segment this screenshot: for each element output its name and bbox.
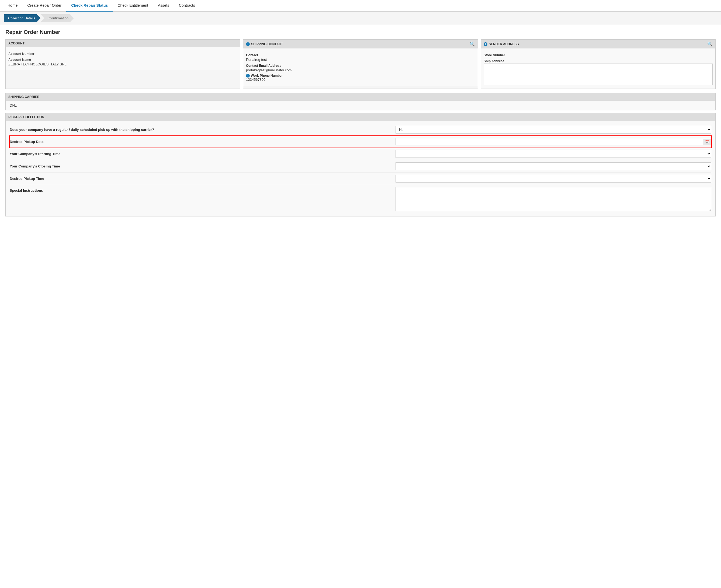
nav-check-entitlement[interactable]: Check Entitlement xyxy=(113,0,153,12)
work-phone-row: i Work Phone Number xyxy=(246,74,475,78)
closing-time-label: Your Company's Closing Time xyxy=(10,164,396,168)
sender-address-body: Store Number Ship Address xyxy=(481,48,715,89)
store-number-label: Store Number xyxy=(484,53,713,57)
starting-time-row: Your Company's Starting Time xyxy=(10,148,711,160)
sender-address-info-icon: i xyxy=(484,42,487,46)
closing-time-select[interactable] xyxy=(396,162,711,170)
date-input-wrap: 📅 xyxy=(396,138,711,145)
ship-address-textarea[interactable] xyxy=(484,64,713,85)
pickup-header: PICKUP / COLLECTION xyxy=(6,113,715,121)
nav-home[interactable]: Home xyxy=(3,0,22,12)
starting-time-select[interactable] xyxy=(396,150,711,158)
starting-time-control xyxy=(396,150,711,158)
special-instructions-label: Special Instructions xyxy=(10,187,396,192)
regular-pickup-label: Does your company have a regular / daily… xyxy=(10,128,396,132)
work-phone-value: 1234567890 xyxy=(246,78,475,82)
shipping-carrier-section: SHIPPING CARRIER DHL xyxy=(5,93,716,110)
shipping-carrier-value: DHL xyxy=(10,103,711,107)
regular-pickup-select[interactable]: No Yes xyxy=(396,126,711,133)
step-collection-details[interactable]: Collection Details xyxy=(4,14,40,22)
contact-value: Portalreg test xyxy=(246,58,475,62)
account-panel: ACCOUNT Account Number Account Name ZEBR… xyxy=(5,39,240,89)
account-panel-body: Account Number Account Name ZEBRA TECHNO… xyxy=(6,47,240,70)
work-phone-info-icon: i xyxy=(246,74,250,78)
steps-bar: Collection Details Confirmation xyxy=(0,12,721,25)
calendar-button[interactable]: 📅 xyxy=(703,139,711,145)
shipping-carrier-body: DHL xyxy=(6,101,715,110)
desired-pickup-time-select[interactable] xyxy=(396,175,711,183)
desired-pickup-date-row: Desired Pickup Date 📅 xyxy=(10,136,711,148)
sender-address-search-icon[interactable]: 🔍 xyxy=(707,41,713,47)
desired-pickup-time-label: Desired Pickup Time xyxy=(10,176,396,181)
nav-check-repair-status[interactable]: Check Repair Status xyxy=(66,0,113,12)
shipping-contact-info-icon: i xyxy=(246,42,250,46)
account-header-label: ACCOUNT xyxy=(8,41,24,45)
ship-address-label: Ship Address xyxy=(484,59,713,63)
page-title: Repair Order Number xyxy=(5,29,716,35)
pickup-body: Does your company have a regular / daily… xyxy=(6,121,715,216)
special-instructions-control xyxy=(396,187,711,211)
step-confirmation[interactable]: Confirmation xyxy=(40,14,74,22)
nav-bar: Home Create Repair Order Check Repair St… xyxy=(0,0,721,12)
shipping-contact-body: Contact Portalreg test Contact Email Add… xyxy=(243,48,478,86)
desired-pickup-date-input[interactable] xyxy=(396,139,703,145)
sender-address-panel: i SENDER ADDRESS 🔍 Store Number Ship Add… xyxy=(481,39,716,89)
contact-email-value: portalregtest@mailinator.com xyxy=(246,68,475,72)
account-name-value: ZEBRA TECHNOLOGIES ITALY SRL xyxy=(8,62,237,66)
sender-address-header: i SENDER ADDRESS 🔍 xyxy=(481,40,715,48)
account-name-label: Account Name xyxy=(8,58,237,62)
special-instructions-textarea[interactable] xyxy=(396,187,711,211)
page-content: Repair Order Number ACCOUNT Account Numb… xyxy=(0,25,721,223)
work-phone-label: Work Phone Number xyxy=(251,74,283,78)
desired-pickup-date-label: Desired Pickup Date xyxy=(10,140,396,144)
shipping-contact-header: i SHIPPING CONTACT 🔍 xyxy=(243,40,478,48)
account-number-label: Account Number xyxy=(8,52,237,56)
starting-time-label: Your Company's Starting Time xyxy=(10,152,396,156)
special-instructions-row: Special Instructions xyxy=(10,185,711,213)
regular-pickup-row: Does your company have a regular / daily… xyxy=(10,124,711,136)
account-panel-header: ACCOUNT xyxy=(6,40,240,47)
sender-address-header-label: SENDER ADDRESS xyxy=(489,42,519,46)
contact-label: Contact xyxy=(246,53,475,57)
info-panels: ACCOUNT Account Number Account Name ZEBR… xyxy=(5,39,716,89)
regular-pickup-control: No Yes xyxy=(396,126,711,133)
contact-email-label: Contact Email Address xyxy=(246,64,475,68)
closing-time-row: Your Company's Closing Time xyxy=(10,160,711,173)
desired-pickup-time-control xyxy=(396,175,711,183)
nav-create-repair-order[interactable]: Create Repair Order xyxy=(22,0,66,12)
shipping-contact-header-left: i SHIPPING CONTACT xyxy=(246,42,283,46)
nav-assets[interactable]: Assets xyxy=(153,0,174,12)
desired-pickup-time-row: Desired Pickup Time xyxy=(10,173,711,185)
closing-time-control xyxy=(396,162,711,170)
nav-contracts[interactable]: Contracts xyxy=(174,0,200,12)
calendar-icon: 📅 xyxy=(705,140,709,144)
pickup-section: PICKUP / COLLECTION Does your company ha… xyxy=(5,113,716,216)
sender-address-header-left: i SENDER ADDRESS xyxy=(484,42,519,46)
desired-pickup-date-control: 📅 xyxy=(396,138,711,145)
shipping-contact-panel: i SHIPPING CONTACT 🔍 Contact Portalreg t… xyxy=(243,39,478,89)
shipping-carrier-header: SHIPPING CARRIER xyxy=(6,93,715,101)
shipping-contact-search-icon[interactable]: 🔍 xyxy=(469,41,475,47)
shipping-contact-header-label: SHIPPING CONTACT xyxy=(251,42,283,46)
